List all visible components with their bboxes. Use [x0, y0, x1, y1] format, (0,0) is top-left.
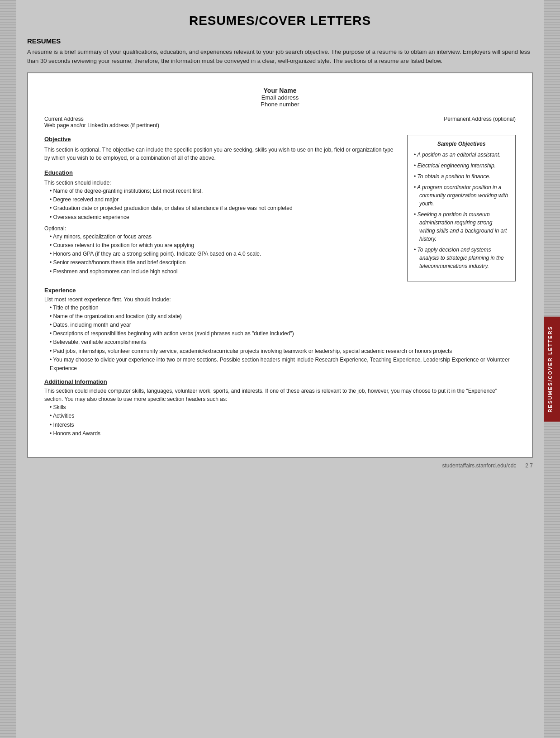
- left-edge-decoration: [0, 0, 16, 738]
- additional-section: Additional Information This section coul…: [44, 378, 516, 438]
- experience-intro: List most recent experience first. You s…: [44, 295, 516, 304]
- education-optional-list: Any minors, specialization or focus area…: [44, 233, 400, 276]
- list-item: Electrical engineering internship.: [414, 162, 509, 170]
- objective-text: This section is optional. The objective …: [44, 146, 400, 162]
- web-address: Web page and/or LinkedIn address (if per…: [44, 122, 159, 129]
- experience-list: Title of the position Name of the organi…: [44, 304, 516, 373]
- education-title: Education: [44, 168, 400, 177]
- education-intro: This section should include:: [44, 179, 400, 187]
- list-item: Title of the position: [50, 304, 516, 312]
- sample-objectives-title: Sample Objectives: [414, 141, 509, 147]
- resume-document: Your Name Email address Phone number Cur…: [27, 72, 533, 458]
- list-item: Any minors, specialization or focus area…: [50, 233, 400, 241]
- objective-title: Objective: [44, 135, 400, 144]
- permanent-address: Permanent Address (optional): [444, 116, 516, 129]
- footer-url: studentaffairs.stanford.edu/cdc: [442, 462, 516, 469]
- list-item: Degree received and major: [50, 195, 400, 204]
- list-item: A position as an editorial assistant.: [414, 151, 509, 159]
- list-item: Courses relevant to the position for whi…: [50, 241, 400, 250]
- list-item: Name of the organization and location (c…: [50, 312, 516, 321]
- list-item: Honors and GPA (if they are a strong sel…: [50, 250, 400, 258]
- education-section: Education This section should include: N…: [44, 168, 400, 276]
- additional-intro: This section could include computer skil…: [44, 387, 516, 403]
- list-item: Seeking a position in museum administrat…: [414, 210, 509, 243]
- list-item: Believable, verifiable accomplishments: [50, 338, 516, 347]
- list-item: You may choose to divide your experience…: [50, 356, 516, 373]
- list-item: Paid jobs, internships, volunteer commun…: [50, 347, 516, 356]
- right-edge-decoration: RESUMES/COVER LETTERS: [544, 0, 560, 738]
- resume-address-left: Current Address Web page and/or LinkedIn…: [44, 116, 159, 129]
- optional-label: Optional:: [44, 224, 400, 233]
- list-item: Interests: [50, 421, 516, 429]
- list-item: Dates, including month and year: [50, 321, 516, 329]
- list-item: To obtain a position in finance.: [414, 172, 509, 181]
- page-footer: studentaffairs.stanford.edu/cdc 2 7: [27, 462, 533, 469]
- resume-address-row: Current Address Web page and/or LinkedIn…: [44, 116, 516, 129]
- list-item: Activities: [50, 412, 516, 420]
- sample-objectives-box: Sample Objectives A position as an edito…: [407, 135, 516, 281]
- objective-left: Objective This section is optional. The …: [44, 135, 400, 281]
- additional-title: Additional Information: [44, 378, 516, 385]
- footer-page: 2 7: [525, 462, 533, 469]
- list-item: Descriptions of responsibilities beginni…: [50, 329, 516, 338]
- list-item: Freshmen and sophomores can include high…: [50, 267, 400, 276]
- sample-objectives-list: A position as an editorial assistant. El…: [414, 151, 509, 270]
- additional-list: Skills Activities Interests Honors and A…: [44, 403, 516, 438]
- resume-header: Your Name Email address Phone number: [44, 87, 516, 108]
- side-tab: RESUMES/COVER LETTERS: [544, 317, 560, 422]
- current-address-label: Current Address: [44, 116, 159, 122]
- list-item: A program coordinator position in a comm…: [414, 183, 509, 208]
- list-item: Overseas academic experience: [50, 213, 400, 222]
- list-item: Name of the degree-granting institutions…: [50, 187, 400, 195]
- resumes-header: RESUMES: [27, 37, 533, 45]
- list-item: To apply decision and systems analysis t…: [414, 246, 509, 270]
- resume-phone: Phone number: [44, 101, 516, 108]
- resumes-intro: A resume is a brief summary of your qual…: [27, 48, 533, 65]
- resume-email: Email address: [44, 94, 516, 101]
- list-item: Senior research/honors thesis title and …: [50, 258, 400, 267]
- resume-name: Your Name: [44, 87, 516, 94]
- list-item: Graduation date or projected graduation …: [50, 204, 400, 213]
- objective-row: Objective This section is optional. The …: [44, 135, 516, 281]
- list-item: Honors and Awards: [50, 429, 516, 438]
- education-required-list: Name of the degree-granting institutions…: [44, 187, 400, 222]
- list-item: Skills: [50, 403, 516, 412]
- experience-title: Experience: [44, 287, 516, 294]
- experience-section: Experience List most recent experience f…: [44, 287, 516, 373]
- page-title: RESUMES/COVER LETTERS: [27, 14, 533, 28]
